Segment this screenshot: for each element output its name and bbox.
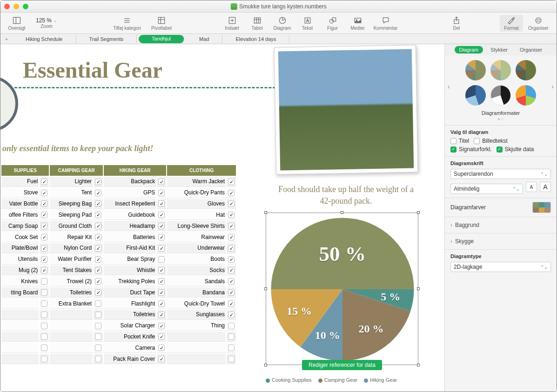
cell-label[interactable]: Plate/Bowl [1,243,39,253]
cell-label[interactable]: Boots [167,254,226,265]
cell-checkbox[interactable] [227,177,236,187]
cell-checkbox[interactable] [94,287,103,298]
checkbox-icon[interactable] [158,312,165,318]
cell-checkbox[interactable] [227,221,236,231]
cell-label[interactable]: Mug (2) [1,266,39,276]
table-row[interactable]: Plate/BowlNylon CordFirst-Aid KitUnderwe… [1,243,236,253]
cell-checkbox[interactable] [227,299,236,309]
checkbox-icon[interactable] [228,356,235,362]
chart-style-option[interactable] [465,60,486,80]
cell-checkbox[interactable] [157,243,166,253]
media-button[interactable]: Medier [346,16,369,31]
checkbox-icon[interactable] [158,190,165,196]
checkbox-icon[interactable] [41,256,47,263]
checkbox-icon[interactable] [228,289,235,296]
checkbox-icon[interactable] [228,333,235,340]
chart-style-option[interactable] [490,85,511,106]
cell-checkbox[interactable] [40,276,49,286]
cell-checkbox[interactable] [40,243,49,253]
photo-frame[interactable] [274,45,418,174]
font-style-select[interactable]: Almindelig⌃⌄ [450,184,523,194]
cell-label[interactable]: Quick-Dry Pants [167,188,226,198]
tab-organiser[interactable]: Organiser [515,46,547,53]
cell-checkbox[interactable] [227,332,236,342]
chart-type-select[interactable]: 2D-lagkage⌃⌄ [450,262,551,272]
cell-label[interactable]: Extra Blanket [50,299,93,309]
cell-label[interactable] [50,354,93,364]
checkbox-icon[interactable] [95,212,101,218]
shape-button[interactable]: Figur [321,16,344,31]
checkbox-icon[interactable] [41,345,47,351]
table-row[interactable]: Pack Rain Cover [1,354,236,364]
cell-label[interactable]: Bandana [167,287,226,298]
cell-checkbox[interactable] [94,276,103,286]
checkbox-icon[interactable] [228,345,235,351]
cell-checkbox[interactable] [40,332,49,342]
cell-label[interactable]: Thing [167,321,226,331]
cell-checkbox[interactable] [157,287,166,298]
cell-label[interactable]: Solar Charger [104,321,156,331]
cell-checkbox[interactable] [157,354,166,364]
checkbox-icon[interactable] [158,245,165,252]
cell-checkbox[interactable] [157,310,166,320]
checkbox-icon[interactable] [158,212,165,218]
color-palette-button[interactable] [532,202,551,213]
checkbox-icon[interactable] [95,267,101,273]
cell-checkbox[interactable] [157,254,166,265]
cell-label[interactable]: Fuel [1,177,39,187]
chart-selection[interactable]: 50 %5 %20 %10 %15 % Rediger referencer f… [266,213,418,365]
styles-prev-icon[interactable]: ‹ [448,83,450,90]
cell-label[interactable]: Long-Sleeve Shirts [167,221,226,231]
resize-handle[interactable] [264,364,267,366]
cell-label[interactable]: Guidebook [104,210,156,220]
tab-diagram[interactable]: Diagram [455,46,483,53]
chart-style-option[interactable] [516,85,536,106]
cell-label[interactable]: Camp Soap [1,221,39,231]
cell-checkbox[interactable] [157,276,166,286]
cell-label[interactable]: Rainwear [167,232,226,242]
sheet-tab[interactable]: Mad [186,35,222,43]
checkbox-icon[interactable] [41,245,47,252]
checkbox-icon[interactable] [158,289,165,296]
cell-checkbox[interactable] [227,266,236,276]
cell-checkbox[interactable] [40,310,49,320]
cell-checkbox[interactable] [227,343,236,353]
cell-checkbox[interactable] [157,221,166,231]
opt-signatur[interactable]: Signaturforkl. [450,146,492,153]
checkbox-icon[interactable] [158,179,165,185]
checkbox-icon[interactable] [158,223,165,229]
cell-label[interactable]: Utensils [1,254,39,265]
checkbox-icon[interactable] [95,333,101,340]
sheet-tab[interactable]: Tandhjul [139,35,184,43]
checkbox-icon[interactable] [228,190,235,196]
cell-checkbox[interactable] [94,199,103,209]
edit-data-button[interactable]: Rediger referencer for data [302,360,382,370]
cell-label[interactable]: Stove [1,188,39,198]
cell-label[interactable]: Toiletries [104,310,156,320]
cell-checkbox[interactable] [94,343,103,353]
cell-checkbox[interactable] [227,321,236,331]
cell-label[interactable] [50,310,93,320]
cell-label[interactable]: Bear Spray [104,254,156,265]
cell-label[interactable]: Nylon Cord [50,243,93,253]
checkbox-icon[interactable] [228,256,235,263]
cell-label[interactable]: Tent Stakes [50,266,93,276]
checkbox-icon[interactable] [228,278,235,285]
table-row[interactable]: Cook SetRepair KitBatteriesRainwear [1,232,236,242]
table-row[interactable]: Pocket Knife [1,332,236,342]
checkbox-icon[interactable] [158,256,165,263]
cell-label[interactable]: Whistle [104,266,156,276]
cell-label[interactable]: Sleeping Pad [50,210,93,220]
sheet-tab[interactable]: Hiking Schedule [13,35,76,43]
cell-label[interactable]: Knives [1,276,39,286]
shadow-section[interactable]: Skygge [445,233,557,249]
cell-label[interactable]: Ground Cloth [50,221,93,231]
resize-handle[interactable] [264,211,267,214]
cell-checkbox[interactable] [94,254,103,265]
cell-checkbox[interactable] [94,232,103,242]
cell-checkbox[interactable] [157,199,166,209]
cell-label[interactable]: Pocket Knife [104,332,156,342]
cell-checkbox[interactable] [227,188,236,198]
cell-label[interactable]: Headlamp [104,221,156,231]
text-button[interactable]: A Tekst [296,16,319,31]
